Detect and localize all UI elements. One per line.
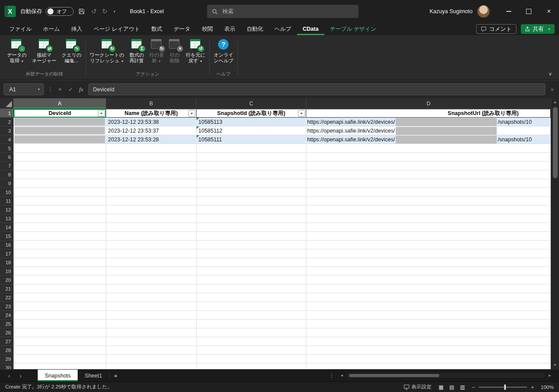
cell-b1-name-header[interactable]: Name (読み取り専用) ▼: [106, 109, 197, 118]
cell-a4-deviceid[interactable]: [14, 135, 106, 144]
insert-function-button[interactable]: fx: [78, 86, 85, 93]
scroll-left-button[interactable]: ◄: [339, 374, 345, 378]
row-header-20[interactable]: 20: [0, 276, 14, 284]
row-header-23[interactable]: 23: [0, 302, 14, 311]
cell-c1-snapshotid-header[interactable]: SnapshotId (読み取り専用) ▼: [197, 109, 306, 118]
row-header-3[interactable]: 3: [0, 126, 14, 135]
column-header-c[interactable]: C: [197, 98, 306, 108]
cell-c2-snapshotid[interactable]: 10585113: [197, 118, 306, 126]
delete-rows-button[interactable]: × 行の 削除: [166, 35, 183, 65]
row-header-7[interactable]: 7: [0, 162, 14, 170]
cells-area[interactable]: DeviceId ▼ Name (読み取り専用) ▼ SnapshotId (読…: [14, 109, 551, 369]
new-sheet-button[interactable]: +: [110, 370, 122, 381]
tab-cdata[interactable]: CData: [297, 23, 324, 35]
row-header-18[interactable]: 18: [0, 258, 14, 267]
row-header-17[interactable]: 17: [0, 249, 14, 258]
horizontal-scrollbar-thumb[interactable]: [349, 374, 439, 377]
sheet-tab-sheet1[interactable]: Sheet1: [78, 370, 109, 381]
row-header-14[interactable]: 14: [0, 223, 14, 232]
sheet-nav-left-button[interactable]: ‹: [4, 370, 15, 381]
row-header-30[interactable]: 30: [0, 363, 14, 369]
row-header-16[interactable]: 16: [0, 241, 14, 249]
row-header-19[interactable]: 19: [0, 267, 14, 276]
row-header-2[interactable]: 2: [0, 118, 14, 126]
cell-d2-snapshoturl[interactable]: https://openapi.safie.link/v2/devices//s…: [306, 118, 551, 126]
sheet-nav-right-button[interactable]: ›: [15, 370, 26, 381]
scroll-right-button[interactable]: ►: [547, 374, 553, 378]
sheet-tab-snapshots[interactable]: Snapshots: [38, 370, 78, 381]
row-header-13[interactable]: 13: [0, 214, 14, 223]
column-header-d[interactable]: D: [306, 98, 551, 108]
cell-d1-snapshoturl-header[interactable]: SnapshotUrl (読み取り専用): [306, 109, 551, 118]
cell-a2-deviceid[interactable]: [14, 118, 106, 126]
horizontal-scrollbar[interactable]: ◄ ►: [339, 370, 559, 381]
tab-home[interactable]: ホーム: [37, 23, 65, 35]
filter-button[interactable]: ▼: [298, 110, 305, 117]
view-normal-button[interactable]: ▦: [439, 384, 444, 390]
select-all-button[interactable]: [0, 98, 14, 109]
row-header-5[interactable]: 5: [0, 144, 14, 153]
row-header-21[interactable]: 21: [0, 284, 14, 293]
share-dropdown-arrow[interactable]: ▼: [548, 28, 551, 31]
row-header-4[interactable]: 4: [0, 135, 14, 144]
get-data-button[interactable]: ↓ データの 取得▼: [4, 35, 29, 65]
tab-file[interactable]: ファイル: [4, 23, 37, 35]
cell-c4-snapshotid[interactable]: 10585111: [197, 135, 306, 144]
account-name[interactable]: Kazuya Sugimoto: [430, 8, 473, 14]
expand-formula-bar-button[interactable]: ∨: [549, 87, 555, 92]
revert-rows-button[interactable]: ↺ 行を元に 戻す▼: [183, 35, 208, 65]
search-input[interactable]: [222, 8, 354, 15]
comments-button[interactable]: コメント: [476, 24, 516, 34]
row-header-11[interactable]: 11: [0, 197, 14, 205]
update-rows-button[interactable]: ↻ 行の更 新▼: [147, 35, 166, 65]
tab-formulas[interactable]: 数式: [146, 23, 168, 35]
zoom-level[interactable]: 100%: [538, 385, 554, 390]
row-header-27[interactable]: 27: [0, 337, 14, 346]
refresh-worksheet-button[interactable]: ↻ ワークシートの リフレッシュ▼: [87, 35, 127, 65]
zoom-in-button[interactable]: +: [531, 385, 534, 390]
search-box[interactable]: [207, 5, 358, 18]
user-avatar[interactable]: [477, 5, 490, 18]
connection-manager-button[interactable]: ⇄ 接続マ ネージャー: [29, 35, 59, 65]
maximize-button[interactable]: [519, 0, 539, 23]
autosave-toggle[interactable]: オフ: [46, 7, 74, 16]
tab-review[interactable]: 校閲: [196, 23, 219, 35]
formula-input[interactable]: DeviceId: [88, 83, 545, 95]
scroll-down-button[interactable]: ▼: [553, 361, 557, 369]
row-header-8[interactable]: 8: [0, 170, 14, 179]
row-header-26[interactable]: 26: [0, 328, 14, 337]
row-header-24[interactable]: 24: [0, 311, 14, 320]
online-help-button[interactable]: ? オンライ ンヘルプ: [211, 35, 236, 65]
display-settings-button[interactable]: 表示設定: [404, 384, 432, 390]
sheet-list-button[interactable]: ⋮: [324, 370, 339, 381]
tab-view[interactable]: 表示: [219, 23, 241, 35]
zoom-slider-thumb[interactable]: [504, 385, 506, 390]
column-header-b[interactable]: B: [106, 98, 197, 108]
cancel-button[interactable]: ×: [57, 86, 64, 93]
tab-data[interactable]: データ: [168, 23, 196, 35]
customize-quick-access-button[interactable]: ▼: [113, 10, 116, 13]
tab-help[interactable]: ヘルプ: [269, 23, 297, 35]
filter-button[interactable]: ▼: [188, 110, 195, 117]
row-header-29[interactable]: 29: [0, 355, 14, 363]
cell-c3-snapshotid[interactable]: 10585112: [197, 126, 306, 135]
view-page-break-button[interactable]: ▥: [460, 384, 465, 390]
scroll-up-button[interactable]: ▲: [553, 98, 557, 106]
close-button[interactable]: ×: [539, 0, 559, 23]
row-header-25[interactable]: 25: [0, 320, 14, 328]
name-box-arrow-icon[interactable]: ▼: [37, 88, 40, 91]
undo-button[interactable]: ↺: [91, 7, 97, 15]
vertical-scrollbar[interactable]: ▲ ▼: [551, 98, 559, 369]
horizontal-scrollbar-track[interactable]: [347, 373, 545, 378]
recalculate-formulas-button[interactable]: Σ 数式の 再計算: [127, 35, 147, 65]
tab-insert[interactable]: 挿入: [65, 23, 88, 35]
tab-table-design[interactable]: テーブル デザイン: [324, 23, 382, 35]
enter-button[interactable]: ✓: [67, 86, 74, 93]
cell-d4-snapshoturl[interactable]: https://openapi.safie.link/v2/devices//s…: [306, 135, 551, 144]
cell-a1-deviceid-header[interactable]: DeviceId ▼: [14, 109, 106, 118]
filter-button[interactable]: ▼: [98, 110, 105, 117]
row-header-10[interactable]: 10: [0, 188, 14, 197]
redo-button[interactable]: ↻: [102, 7, 108, 15]
cell-b3-name[interactable]: 2023-12-12 23:53:37: [106, 126, 197, 135]
column-header-a[interactable]: A: [14, 98, 106, 108]
